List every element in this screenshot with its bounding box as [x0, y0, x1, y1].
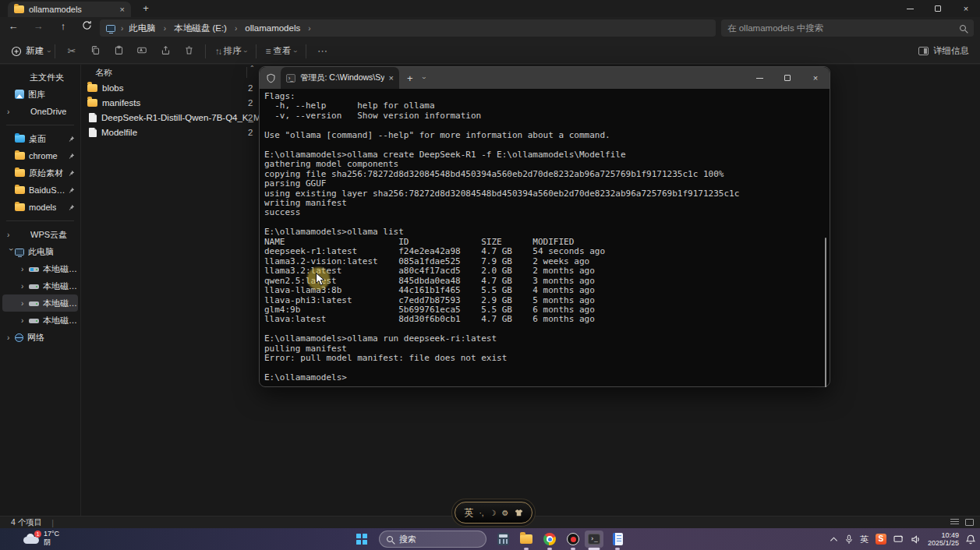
sidebar-item[interactable]: › models [2, 199, 78, 216]
taskbar-notepad-icon[interactable] [608, 531, 627, 548]
taskbar-calculator-icon[interactable] [494, 531, 512, 548]
name-column-header[interactable]: 名称 [95, 67, 112, 79]
terminal-scrollbar[interactable] [825, 238, 826, 387]
terminal-minimize-button[interactable] [745, 69, 773, 86]
tab-close-icon[interactable]: × [120, 5, 125, 14]
sort-button[interactable]: ↑↓ 排序 › [215, 45, 246, 57]
terminal-tab-dropdown-icon[interactable]: › [419, 77, 427, 79]
more-button[interactable]: ⋯ [311, 45, 334, 57]
admin-shield-icon [266, 73, 276, 83]
terminal-close-button[interactable]: × [801, 69, 830, 86]
taskbar-chrome-icon[interactable] [540, 531, 559, 548]
sidebar-item[interactable]: › 网络 [2, 329, 78, 346]
taskbar-search[interactable]: 搜索 [379, 531, 486, 548]
sogou-ime-icon[interactable]: S [876, 534, 886, 545]
sidebar-item[interactable]: › 主文件夹 [2, 69, 78, 86]
rename-button[interactable] [130, 45, 154, 58]
explorer-tab[interactable]: ollamamodels × [8, 2, 131, 17]
sidebar-item-icon [15, 135, 25, 143]
explorer-minimize-button[interactable] [896, 0, 924, 17]
up-button[interactable]: ↑ [55, 20, 72, 36]
column-divider[interactable] [246, 67, 247, 78]
sidebar-item[interactable]: › 此电脑 [2, 243, 78, 260]
item-count: 4 个项目 [11, 517, 42, 528]
sidebar-item[interactable]: › 本地磁盘 (E:) [2, 294, 78, 312]
terminal-tab[interactable]: ›_ 管理员: C:\Windows\System32 × [281, 67, 399, 89]
sidebar-item-icon [15, 249, 24, 256]
details-pane-icon [918, 47, 929, 55]
cast-display-icon[interactable] [893, 535, 904, 544]
new-button[interactable]: 新建 › [11, 45, 50, 57]
terminal-content[interactable]: Flags: -h, --help help for ollama -v, --… [260, 89, 830, 387]
sidebar-item-icon [29, 301, 39, 306]
expand-chevron-icon[interactable]: › [7, 231, 15, 239]
weather-widget[interactable]: 1 17°C 阴 [23, 530, 59, 547]
share-button[interactable] [154, 45, 177, 58]
breadcrumb-item[interactable]: 此电脑 [129, 23, 156, 34]
sidebar-item[interactable]: › chrome [2, 147, 78, 164]
new-tab-button[interactable]: + [139, 2, 153, 14]
expand-chevron-icon[interactable]: › [7, 108, 15, 116]
taskbar: 1 17°C 阴 搜索 ›_ 英 S 10:49 2025 [0, 528, 980, 550]
breadcrumb-item[interactable]: ollamamodels [245, 23, 300, 33]
ime-lang-toggle[interactable]: 英 [464, 506, 473, 520]
sidebar-item[interactable]: › 本地磁盘 (C:) [2, 260, 78, 277]
sidebar-item[interactable]: › WPS云盘 [2, 226, 78, 243]
ime-skin-shirt-icon[interactable] [515, 509, 523, 517]
details-pane-button[interactable]: 详细信息 [918, 45, 969, 57]
thumbnail-view-toggle-icon[interactable] [965, 519, 974, 526]
notification-bell-icon[interactable] [966, 534, 975, 545]
view-button[interactable]: ≡ 查看 › [266, 45, 296, 57]
this-pc-icon [106, 25, 115, 32]
details-view-toggle-icon[interactable] [950, 519, 959, 526]
back-button[interactable]: ← [5, 20, 22, 36]
tray-chevron-up-icon[interactable] [830, 536, 838, 542]
pin-icon [68, 136, 75, 143]
breadcrumb-item[interactable]: 本地磁盘 (E:) [174, 23, 227, 34]
terminal-tab-close-icon[interactable]: × [389, 74, 394, 83]
terminal-titlebar[interactable]: ›_ 管理员: C:\Windows\System32 × + › × [260, 67, 830, 89]
sidebar-item[interactable]: › BaiduSyncdisk [2, 182, 78, 199]
sidebar-item[interactable]: › 原始素材 [2, 164, 78, 182]
copy-button[interactable] [83, 45, 107, 58]
input-method-indicator[interactable]: 英 [860, 534, 869, 545]
address-bar[interactable]: › 此电脑›本地磁盘 (E:)›ollamamodels› [100, 19, 716, 37]
expand-chevron-icon[interactable]: › [7, 248, 16, 256]
sidebar-item-label: BaiduSyncdisk [29, 185, 68, 195]
expand-chevron-icon[interactable]: › [21, 299, 29, 308]
taskbar-terminal-icon[interactable]: ›_ [585, 531, 603, 548]
refresh-button[interactable] [78, 20, 95, 36]
ime-settings-gear-icon[interactable]: ⚙ [502, 509, 509, 517]
sidebar-item-label: 桌面 [29, 133, 46, 145]
delete-button[interactable] [177, 45, 200, 58]
terminal-maximize-button[interactable] [773, 69, 801, 86]
sidebar-item[interactable]: › 本地磁盘 (D:) [2, 277, 78, 294]
cut-button[interactable]: ✂ [60, 45, 83, 57]
speaker-icon[interactable] [911, 535, 921, 544]
ime-toolbar[interactable]: 英 ·, ☽ ⚙ [455, 502, 532, 524]
expand-chevron-icon[interactable]: › [21, 282, 29, 291]
sidebar-item[interactable]: › 图库 [2, 86, 78, 103]
sidebar-item-icon [29, 284, 39, 289]
forward-button[interactable]: → [30, 20, 47, 36]
expand-chevron-icon[interactable]: › [21, 316, 29, 325]
explorer-navbar: ← → ↑ › 此电脑›本地磁盘 (E:)›ollamamodels› 在 ol… [0, 17, 980, 39]
explorer-close-button[interactable]: × [952, 0, 980, 17]
sidebar-item[interactable]: › 本地磁盘 (F:) [2, 312, 78, 329]
expand-chevron-icon[interactable]: › [21, 265, 29, 273]
clock[interactable]: 10:49 2025/1/25 [928, 531, 959, 548]
search-input[interactable]: 在 ollamamodels 中搜索 [721, 19, 974, 37]
explorer-maximize-button[interactable] [924, 0, 952, 17]
sidebar-item[interactable]: › 桌面 [2, 130, 78, 147]
sidebar-item[interactable]: › OneDrive [2, 103, 78, 120]
expand-chevron-icon[interactable]: › [7, 333, 15, 342]
paste-button[interactable] [107, 45, 130, 58]
terminal-new-tab-button[interactable]: + [407, 72, 413, 84]
taskbar-recorder-icon[interactable] [564, 531, 582, 548]
taskbar-file-explorer-icon[interactable] [517, 531, 536, 548]
start-button[interactable] [356, 534, 367, 545]
file-row-icon [89, 113, 97, 122]
microphone-icon[interactable] [845, 534, 853, 545]
ime-moon-icon[interactable]: ☽ [490, 509, 497, 517]
ime-punctuation-button[interactable]: ·, [479, 509, 483, 517]
